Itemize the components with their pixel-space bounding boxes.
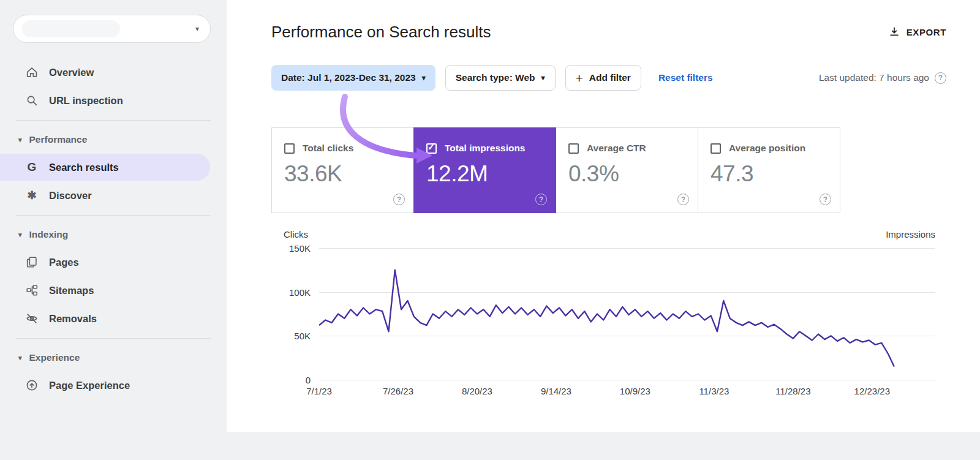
y-axis: 150K 100K 50K 0 <box>284 248 319 380</box>
plus-icon: + <box>576 72 583 85</box>
date-filter-label: Date: Jul 1, 2023-Dec 31, 2023 <box>281 72 416 83</box>
export-button[interactable]: EXPORT <box>888 26 946 38</box>
checkbox-unchecked[interactable] <box>710 143 721 154</box>
performance-panel: Total clicks 33.6K ? Total impressions 1… <box>271 127 946 408</box>
sidebar-item-removals[interactable]: Removals <box>0 305 227 332</box>
property-name-redacted <box>22 20 120 37</box>
y-tick-label: 150K <box>289 243 311 254</box>
discover-asterisk-icon: ✱ <box>25 189 39 202</box>
sidebar-item-label: Sitemaps <box>49 285 94 296</box>
metric-label: Average CTR <box>587 143 646 154</box>
metric-value: 0.3% <box>568 161 685 187</box>
chevron-down-icon: ▾ <box>18 354 22 362</box>
axis-left-label: Clicks <box>284 229 308 239</box>
chart-plot-area[interactable] <box>319 248 935 380</box>
checkbox-unchecked[interactable] <box>568 143 579 154</box>
add-filter-chip[interactable]: + Add filter <box>565 65 641 91</box>
x-tick-label: 12/23/23 <box>854 386 890 396</box>
sidebar-item-overview[interactable]: Overview <box>0 59 227 86</box>
metric-card-total-impressions[interactable]: Total impressions 12.2M ? <box>413 127 556 213</box>
checkbox-unchecked[interactable] <box>284 143 295 154</box>
sidebar-item-label: Removals <box>49 313 97 325</box>
metric-card-total-clicks[interactable]: Total clicks 33.6K ? <box>271 127 414 213</box>
chevron-down-icon: ▾ <box>18 136 22 144</box>
section-label: Performance <box>29 134 88 145</box>
sidebar-item-sitemaps[interactable]: Sitemaps <box>0 277 227 304</box>
x-tick-label: 7/26/23 <box>383 386 413 396</box>
sidebar-item-label: Discover <box>49 190 92 202</box>
home-icon <box>25 66 39 79</box>
help-icon[interactable]: ? <box>820 194 831 205</box>
google-g-icon: G <box>25 160 39 174</box>
x-tick-label: 9/14/23 <box>541 386 571 396</box>
sidebar: ▾ Overview URL inspection ▾ Performance … <box>0 0 227 460</box>
last-updated: Last updated: 7 hours ago ? <box>819 72 946 84</box>
metric-card-average-ctr[interactable]: Average CTR 0.3% ? <box>556 127 698 213</box>
y-tick-label: 100K <box>289 287 311 297</box>
removals-eye-off-icon <box>25 312 39 325</box>
sidebar-item-page-experience[interactable]: Page Experience <box>0 372 227 399</box>
axis-right-label: Impressions <box>886 229 935 239</box>
impressions-line-series <box>319 248 935 380</box>
chevron-down-icon: ▾ <box>18 231 22 239</box>
search-icon <box>25 94 39 107</box>
help-icon[interactable]: ? <box>535 194 547 205</box>
page-title: Performance on Search results <box>271 23 491 42</box>
search-type-label: Search type: Web <box>456 72 535 83</box>
section-label: Experience <box>29 352 80 363</box>
x-tick-label: 10/9/23 <box>620 386 650 396</box>
y-tick-label: 0 <box>306 375 311 385</box>
metric-value: 47.3 <box>710 161 827 187</box>
chevron-down-icon: ▾ <box>422 74 426 82</box>
date-filter-chip[interactable]: Date: Jul 1, 2023-Dec 31, 2023 ▾ <box>271 65 435 91</box>
checkbox-checked[interactable] <box>426 143 437 154</box>
metric-value: 12.2M <box>426 161 543 187</box>
search-type-filter-chip[interactable]: Search type: Web ▾ <box>445 65 556 91</box>
sidebar-item-discover[interactable]: ✱ Discover <box>0 182 227 209</box>
x-tick-label: 7/1/23 <box>306 386 332 396</box>
add-filter-label: Add filter <box>589 72 631 83</box>
metric-label: Total impressions <box>445 143 526 154</box>
chevron-down-icon: ▾ <box>541 74 545 82</box>
filter-bar: Date: Jul 1, 2023-Dec 31, 2023 ▾ Search … <box>271 65 946 91</box>
x-tick-label: 8/20/23 <box>462 386 492 396</box>
page-experience-icon <box>25 379 39 392</box>
help-icon[interactable]: ? <box>677 194 689 205</box>
sidebar-item-url-inspection[interactable]: URL inspection <box>0 87 227 114</box>
property-selector[interactable]: ▾ <box>13 15 211 43</box>
metric-value: 33.6K <box>284 161 401 187</box>
sidebar-divider <box>16 120 211 121</box>
sidebar-item-label: Search results <box>49 162 119 173</box>
sidebar-divider <box>16 215 211 216</box>
last-updated-text: Last updated: 7 hours ago <box>819 72 929 83</box>
help-icon[interactable]: ? <box>393 194 405 205</box>
sidebar-item-search-results[interactable]: G Search results <box>0 154 210 181</box>
sidebar-item-pages[interactable]: Pages <box>0 249 227 276</box>
chevron-down-icon: ▾ <box>195 25 199 33</box>
sidebar-divider <box>16 338 211 339</box>
reset-filters-link[interactable]: Reset filters <box>658 72 713 83</box>
sidebar-section-experience[interactable]: ▾ Experience <box>0 345 227 371</box>
y-tick-label: 50K <box>294 331 311 341</box>
metric-cards: Total clicks 33.6K ? Total impressions 1… <box>271 127 946 213</box>
sidebar-item-label: URL inspection <box>49 95 123 107</box>
x-tick-label: 11/28/23 <box>775 386 810 396</box>
sidebar-item-label: Pages <box>49 257 79 268</box>
impressions-chart: Clicks Impressions 150K 100K 50K 0 <box>271 213 946 408</box>
sidebar-section-indexing[interactable]: ▾ Indexing <box>0 222 227 247</box>
help-icon[interactable]: ? <box>935 72 946 84</box>
sidebar-section-performance[interactable]: ▾ Performance <box>0 127 227 153</box>
x-axis: 7/1/23 7/26/23 8/20/23 9/14/23 10/9/23 1… <box>319 386 935 408</box>
sidebar-item-label: Overview <box>49 67 94 78</box>
metric-card-average-position[interactable]: Average position 47.3 ? <box>698 127 840 213</box>
pages-icon <box>25 255 39 269</box>
gridline <box>319 380 935 380</box>
section-label: Indexing <box>29 229 69 240</box>
metric-label: Total clicks <box>303 143 353 154</box>
sidebar-item-label: Page Experience <box>49 380 130 391</box>
sitemaps-icon <box>25 284 39 297</box>
export-label: EXPORT <box>907 27 946 37</box>
x-tick-label: 11/3/23 <box>699 386 729 396</box>
download-icon <box>888 26 900 38</box>
main-content: Performance on Search results EXPORT Dat… <box>227 0 980 432</box>
